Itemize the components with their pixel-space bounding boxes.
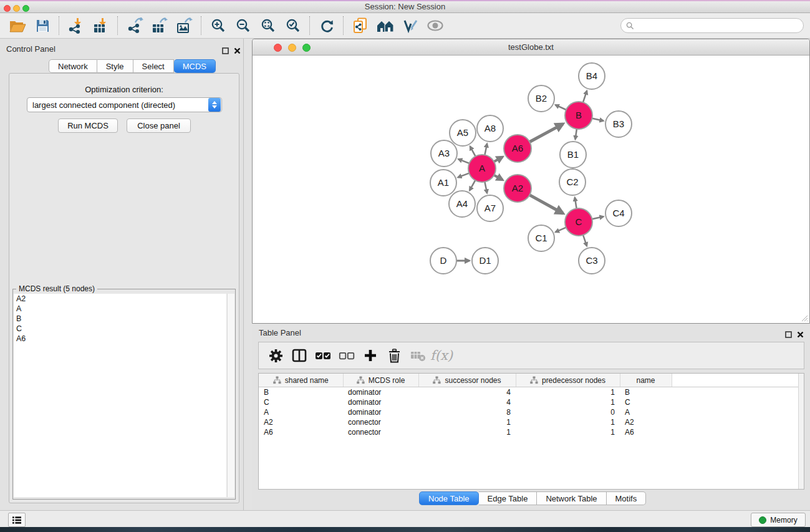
node-A3[interactable]: A3 bbox=[431, 140, 457, 167]
result-item[interactable]: A2 bbox=[14, 294, 226, 304]
export-image-icon[interactable] bbox=[172, 15, 197, 36]
network-close-traffic-light[interactable] bbox=[274, 44, 282, 52]
edge-B-B2[interactable] bbox=[556, 105, 566, 110]
table-row[interactable]: Adominator80A bbox=[259, 407, 804, 417]
tab-network[interactable]: Network bbox=[49, 59, 97, 73]
edge-B-B1[interactable] bbox=[576, 129, 577, 140]
tab-motifs[interactable]: Motifs bbox=[607, 491, 647, 505]
node-table[interactable]: shared nameMCDS rolesuccessor nodesprede… bbox=[258, 373, 804, 490]
zoom-in-icon[interactable] bbox=[206, 15, 231, 36]
float-panel-icon[interactable] bbox=[222, 46, 229, 53]
table-row[interactable]: Bdominator41B bbox=[259, 387, 804, 398]
eye-icon[interactable] bbox=[423, 15, 448, 36]
save-session-icon[interactable] bbox=[30, 15, 55, 36]
node-B4[interactable]: B4 bbox=[579, 63, 605, 89]
search-input[interactable] bbox=[634, 21, 793, 31]
edge-C-C4[interactable] bbox=[592, 216, 604, 219]
search-field[interactable] bbox=[620, 18, 804, 33]
tab-style[interactable]: Style bbox=[97, 59, 133, 73]
edge-A6-B[interactable] bbox=[529, 124, 563, 142]
table-row[interactable]: A6connector11A6 bbox=[259, 427, 804, 437]
column-header-shared-name[interactable]: shared name bbox=[259, 374, 343, 387]
column-header-successor-nodes[interactable]: successor nodes bbox=[418, 374, 516, 387]
column-header-name[interactable]: name bbox=[620, 374, 672, 387]
network-graph[interactable]: B4B2BB3A5A8A6A3B1AA1C2A2A4A7C4CC1C3DD1 bbox=[253, 56, 809, 323]
edge-B-B4[interactable] bbox=[583, 91, 587, 103]
edge-A-A4[interactable] bbox=[470, 180, 475, 190]
zoom-fit-icon[interactable] bbox=[256, 15, 281, 36]
close-panel-button[interactable]: Close panel bbox=[127, 118, 191, 133]
task-history-button[interactable] bbox=[8, 513, 26, 527]
delete-column-icon[interactable] bbox=[382, 344, 406, 367]
minimize-traffic-light[interactable] bbox=[13, 5, 20, 12]
close-panel-icon[interactable] bbox=[234, 46, 241, 53]
network-minimize-traffic-light[interactable] bbox=[288, 44, 296, 52]
node-A5[interactable]: A5 bbox=[450, 120, 476, 146]
tab-mcds[interactable]: MCDS bbox=[174, 59, 216, 73]
table-row[interactable]: A2connector11A2 bbox=[259, 417, 804, 427]
export-table-icon[interactable] bbox=[147, 15, 172, 36]
edge-C-C2[interactable] bbox=[575, 198, 577, 209]
zoom-out-icon[interactable] bbox=[231, 15, 256, 36]
node-B1[interactable]: B1 bbox=[560, 142, 586, 168]
gear-icon[interactable] bbox=[264, 344, 287, 367]
node-C[interactable]: C bbox=[565, 208, 592, 236]
column-header-MCDS-role[interactable]: MCDS role bbox=[343, 374, 418, 387]
result-item[interactable]: B bbox=[14, 314, 226, 324]
network-canvas[interactable]: B4B2BB3A5A8A6A3B1AA1C2A2A4A7C4CC1C3DD1 bbox=[253, 56, 809, 326]
network-zoom-traffic-light[interactable] bbox=[302, 44, 311, 52]
open-file-icon[interactable] bbox=[5, 15, 30, 36]
result-item[interactable]: A bbox=[14, 304, 226, 314]
edge-A-A6[interactable] bbox=[494, 157, 503, 162]
edge-A-A3[interactable] bbox=[458, 159, 470, 163]
table-float-panel-icon[interactable] bbox=[785, 329, 793, 337]
edge-A-A5[interactable] bbox=[470, 147, 476, 157]
table-row[interactable]: Cdominator41C bbox=[259, 397, 804, 407]
import-table-icon[interactable] bbox=[89, 15, 113, 36]
edge-A2-C[interactable] bbox=[529, 195, 563, 214]
home-icon[interactable] bbox=[373, 15, 398, 36]
column-header-predecessor-nodes[interactable]: predecessor nodes bbox=[516, 374, 620, 387]
table-scrollbar[interactable] bbox=[798, 374, 804, 490]
node-C2[interactable]: C2 bbox=[559, 169, 586, 195]
tab-select[interactable]: Select bbox=[133, 59, 174, 73]
run-mcds-button[interactable]: Run MCDS bbox=[58, 118, 118, 133]
node-B3[interactable]: B3 bbox=[605, 111, 632, 137]
memory-button[interactable]: Memory bbox=[751, 513, 806, 527]
import-network-icon[interactable] bbox=[64, 15, 89, 36]
clone-network-icon[interactable] bbox=[348, 15, 373, 36]
node-A4[interactable]: A4 bbox=[449, 191, 475, 217]
close-traffic-light[interactable] bbox=[4, 5, 11, 12]
node-C1[interactable]: C1 bbox=[528, 225, 554, 251]
zoom-selected-icon[interactable] bbox=[281, 15, 306, 36]
deselect-all-icon[interactable] bbox=[335, 344, 359, 367]
node-D[interactable]: D bbox=[430, 248, 456, 274]
tab-network-table[interactable]: Network Table bbox=[537, 491, 606, 505]
edge-A-A1[interactable] bbox=[458, 173, 469, 178]
edge-A-A8[interactable] bbox=[485, 143, 487, 155]
node-A1[interactable]: A1 bbox=[430, 170, 456, 196]
tab-node-table[interactable]: Node Table bbox=[419, 491, 479, 505]
node-B[interactable]: B bbox=[565, 102, 592, 129]
edge-A-A7[interactable] bbox=[485, 182, 487, 193]
node-A[interactable]: A bbox=[468, 155, 496, 182]
resize-grip-icon[interactable] bbox=[799, 313, 808, 322]
node-C3[interactable]: C3 bbox=[579, 248, 605, 274]
result-item[interactable]: A6 bbox=[14, 334, 226, 344]
node-C4[interactable]: C4 bbox=[605, 200, 632, 226]
refresh-icon[interactable] bbox=[314, 15, 339, 36]
criterion-select[interactable]: largest connected component (directed) bbox=[27, 97, 222, 112]
table-close-panel-icon[interactable] bbox=[797, 329, 804, 337]
mcds-result-list[interactable]: A2ABCA6 bbox=[14, 294, 226, 497]
export-network-icon[interactable] bbox=[122, 15, 147, 36]
columns-icon[interactable] bbox=[287, 344, 311, 367]
graphics-details-icon[interactable] bbox=[398, 15, 423, 36]
edge-C-C1[interactable] bbox=[556, 228, 566, 233]
node-A7[interactable]: A7 bbox=[477, 195, 503, 221]
tab-edge-table[interactable]: Edge Table bbox=[479, 491, 538, 505]
add-column-icon[interactable] bbox=[359, 344, 382, 367]
edge-A-A2[interactable] bbox=[494, 175, 503, 180]
node-A6[interactable]: A6 bbox=[504, 135, 531, 162]
edge-B-B3[interactable] bbox=[592, 118, 604, 121]
network-window-titlebar[interactable]: testGlobe.txt bbox=[253, 39, 809, 56]
